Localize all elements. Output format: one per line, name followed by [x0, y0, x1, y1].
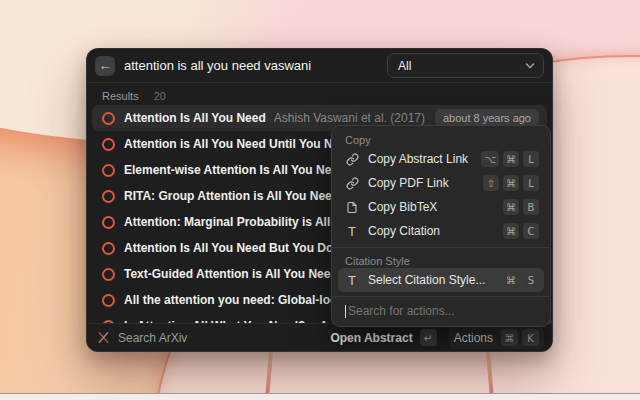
- background-window-edge: [0, 393, 640, 400]
- command-key: ⌘: [503, 151, 519, 167]
- result-title: Element-wise Attention Is All You Need: [124, 163, 345, 177]
- arxiv-paper-icon: [102, 268, 115, 281]
- search-header: ← attention is all you need vaswani All: [87, 49, 552, 83]
- document-icon: [344, 201, 360, 214]
- letter-key: B: [523, 199, 539, 215]
- letter-key: K: [522, 329, 539, 346]
- results-label: Results: [102, 90, 139, 102]
- menu-item-label: Select Citation Style...: [368, 273, 503, 287]
- link-icon: [344, 177, 360, 190]
- arxiv-paper-icon: [102, 164, 115, 177]
- menu-item-copy-abstract-link[interactable]: Copy Abstract Link ⌥ ⌘ L: [338, 147, 544, 171]
- footer-app-label: Search ArXiv: [118, 331, 187, 345]
- menu-section-title: Citation Style: [338, 252, 544, 268]
- command-key: ⌘: [501, 329, 518, 346]
- arxiv-paper-icon: [102, 112, 115, 125]
- letter-key: L: [523, 175, 539, 191]
- menu-item-copy-citation[interactable]: T Copy Citation ⌘ C: [338, 219, 544, 243]
- arxiv-paper-icon: [102, 242, 115, 255]
- menu-item-select-citation-style[interactable]: T Select Citation Style... ⌘ S: [338, 268, 544, 292]
- shift-key: ⇧: [483, 175, 499, 191]
- actions-search[interactable]: [338, 301, 544, 321]
- menu-section-title: Copy: [338, 131, 544, 147]
- actions-search-input[interactable]: [348, 304, 537, 318]
- actions-button-label: Actions: [454, 331, 493, 345]
- menu-item-label: Copy BibTeX: [368, 200, 503, 214]
- menu-divider: [332, 247, 550, 248]
- command-key: ⌘: [503, 199, 519, 215]
- menu-item-label: Copy Citation: [368, 224, 503, 238]
- results-count: 20: [154, 90, 166, 102]
- result-authors: Ashish Vaswani et al. (2017): [274, 111, 425, 125]
- menu-item-copy-bibtex[interactable]: Copy BibTeX ⌘ B: [338, 195, 544, 219]
- arxiv-paper-icon: [102, 138, 115, 151]
- search-input[interactable]: attention is all you need vaswani: [124, 58, 387, 73]
- arxiv-paper-icon: [102, 294, 115, 307]
- actions-menu: Copy Copy Abstract Link ⌥ ⌘ L Copy PDF L…: [331, 125, 551, 327]
- result-title: Attention Is All You Need: [124, 111, 266, 125]
- back-arrow-icon: ←: [99, 58, 112, 73]
- arxiv-paper-icon: [102, 216, 115, 229]
- command-key: ⌘: [503, 223, 519, 239]
- menu-item-copy-pdf-link[interactable]: Copy PDF Link ⇧ ⌘ L: [338, 171, 544, 195]
- launcher-window: ← attention is all you need vaswani All …: [86, 48, 553, 352]
- results-header: Results 20: [87, 83, 552, 105]
- menu-item-label: Copy Abstract Link: [368, 152, 481, 166]
- text-caret: [345, 305, 346, 318]
- text-icon: T: [344, 224, 360, 239]
- menu-divider: [332, 296, 550, 297]
- filter-dropdown-value: All: [398, 59, 525, 73]
- arxiv-logo-icon: [97, 331, 110, 344]
- chevron-down-icon: [525, 62, 535, 69]
- letter-key: C: [523, 223, 539, 239]
- command-key: ⌘: [503, 272, 519, 288]
- filter-dropdown[interactable]: All: [387, 53, 544, 78]
- letter-key: L: [523, 151, 539, 167]
- arxiv-paper-icon: [102, 190, 115, 203]
- link-icon: [344, 153, 360, 166]
- open-abstract-button[interactable]: Open Abstract: [330, 331, 412, 345]
- text-icon: T: [344, 273, 360, 288]
- actions-button[interactable]: Actions ⌘ K: [449, 326, 544, 349]
- menu-item-label: Copy PDF Link: [368, 176, 483, 190]
- letter-key: S: [523, 272, 539, 288]
- return-key: ↵: [420, 329, 437, 346]
- command-key: ⌘: [503, 175, 519, 191]
- option-key: ⌥: [481, 151, 499, 167]
- back-button[interactable]: ←: [95, 56, 115, 76]
- footer-bar: Search ArXiv Open Abstract ↵ Actions ⌘ K: [87, 323, 552, 351]
